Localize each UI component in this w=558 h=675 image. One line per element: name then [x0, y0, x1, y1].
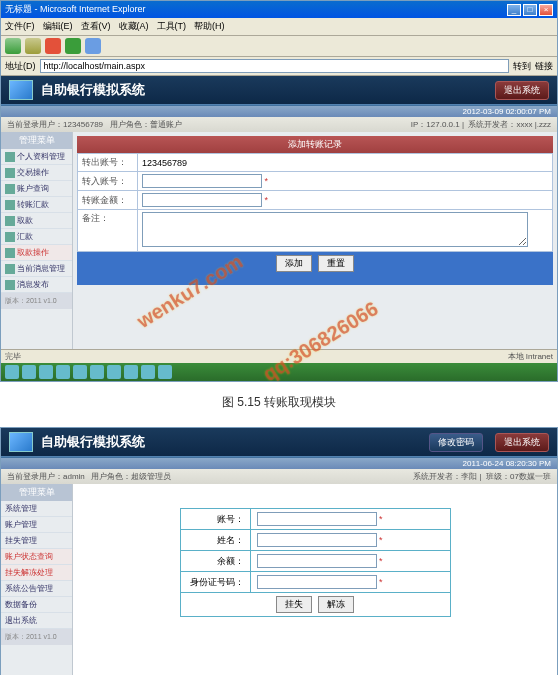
task-icon[interactable]: [39, 365, 53, 379]
sidebar-item-transfer[interactable]: 转账汇款: [1, 197, 72, 213]
task-icon[interactable]: [22, 365, 36, 379]
account-input[interactable]: [257, 512, 377, 526]
close-button[interactable]: ×: [539, 4, 553, 16]
note-textarea[interactable]: [142, 212, 528, 247]
task-icon[interactable]: [5, 365, 19, 379]
info-dev: 系统开发者：xxxx: [468, 120, 532, 129]
info-bar: 当前登录用户：123456789 用户角色：普通账户 IP：127.0.0.1 …: [1, 117, 557, 132]
sidebar-header: 管理菜单: [1, 132, 72, 149]
app-header-2: 自助银行模拟系统 修改密码 退出系统: [1, 428, 557, 456]
sidebar-item-announce[interactable]: 系统公告管理: [1, 581, 72, 597]
loss-button[interactable]: 挂失: [276, 596, 312, 613]
logout-button[interactable]: 退出系统: [495, 81, 549, 100]
address-input[interactable]: [40, 59, 510, 73]
go-button[interactable]: 转到: [513, 60, 531, 73]
submit-button[interactable]: 添加: [276, 255, 312, 272]
browser-title-text: 无标题 - Microsoft Internet Explorer: [5, 3, 146, 16]
sidebar-2: 管理菜单 系统管理 账户管理 挂失管理 账户状态查询 挂失解冻处理 系统公告管理…: [1, 484, 73, 675]
datetime-bar: 2012-03-09 02:00:07 PM: [1, 106, 557, 117]
label-note: 备注：: [78, 210, 138, 252]
task-icon[interactable]: [56, 365, 70, 379]
menu-edit[interactable]: 编辑(E): [43, 20, 73, 33]
query-icon: [5, 184, 15, 194]
sidebar-item-query[interactable]: 账户查询: [1, 181, 72, 197]
app-logo-icon: [9, 432, 33, 452]
sidebar-item-backup[interactable]: 数据备份: [1, 597, 72, 613]
sidebar-item-exit[interactable]: 退出系统: [1, 613, 72, 629]
sidebar-version: 版本：2011 v1.0: [1, 293, 72, 309]
app-header: 自助银行模拟系统 退出系统: [1, 76, 557, 104]
menu-help[interactable]: 帮助(H): [194, 20, 225, 33]
home-button[interactable]: [85, 38, 101, 54]
task-icon[interactable]: [124, 365, 138, 379]
info-misc: |.zzz: [535, 120, 551, 129]
required-icon: *: [379, 577, 383, 587]
menu-fav[interactable]: 收藏(A): [119, 20, 149, 33]
required-icon: *: [265, 176, 269, 186]
change-password-button[interactable]: 修改密码: [429, 433, 483, 452]
balance-input[interactable]: [257, 554, 377, 568]
task-icon[interactable]: [107, 365, 121, 379]
withdraw-icon: [5, 216, 15, 226]
required-icon: *: [379, 556, 383, 566]
logout-button-2[interactable]: 退出系统: [495, 433, 549, 452]
reset-button[interactable]: 重置: [318, 255, 354, 272]
task-icon[interactable]: [141, 365, 155, 379]
menu-file[interactable]: 文件(F): [5, 20, 35, 33]
transfer-icon: [5, 200, 15, 210]
sidebar-item-msgmgr[interactable]: 当前消息管理: [1, 261, 72, 277]
refresh-button[interactable]: [65, 38, 81, 54]
task-icon[interactable]: [73, 365, 87, 379]
idcard-input[interactable]: [257, 575, 377, 589]
links-label[interactable]: 链接: [535, 60, 553, 73]
unfreeze-button[interactable]: 解冻: [318, 596, 354, 613]
label-from: 转出账号：: [78, 154, 138, 172]
required-icon: *: [379, 535, 383, 545]
browser-toolbar: [1, 36, 557, 57]
info-bar-2: 当前登录用户：admin 用户角色：超级管理员 系统开发者：李阳 | 班级：07…: [1, 469, 557, 484]
sidebar-item-remit[interactable]: 汇款: [1, 229, 72, 245]
from-value: 123456789: [142, 158, 187, 168]
sidebar-item-cashop[interactable]: 取款操作: [1, 245, 72, 261]
sidebar-version-2: 版本：2011 v1.0: [1, 629, 72, 645]
sidebar-header-2: 管理菜单: [1, 484, 72, 501]
sidebar-item-trade[interactable]: 交易操作: [1, 165, 72, 181]
app-logo-icon: [9, 80, 33, 100]
datetime-bar-2: 2011-06-24 08:20:30 PM: [1, 458, 557, 469]
info-role-2: 用户角色：超级管理员: [91, 472, 171, 481]
status-zone: 本地 Intranet: [508, 351, 553, 362]
required-icon: *: [379, 514, 383, 524]
task-icon[interactable]: [90, 365, 104, 379]
sidebar-item-statusquery[interactable]: 账户状态查询: [1, 549, 72, 565]
maximize-button[interactable]: □: [523, 4, 537, 16]
forward-button[interactable]: [25, 38, 41, 54]
browser-statusbar: 完毕 本地 Intranet: [1, 349, 557, 363]
msg-icon: [5, 264, 15, 274]
info-role: 用户角色：普通账户: [110, 120, 182, 129]
back-button[interactable]: [5, 38, 21, 54]
to-input[interactable]: [142, 174, 262, 188]
sidebar-item-acctmgr[interactable]: 账户管理: [1, 517, 72, 533]
sidebar-item-msgpub[interactable]: 消息发布: [1, 277, 72, 293]
minimize-button[interactable]: _: [507, 4, 521, 16]
stop-button[interactable]: [45, 38, 61, 54]
sidebar-item-unfreeze[interactable]: 挂失解冻处理: [1, 565, 72, 581]
sidebar-item-profile[interactable]: 个人资料管理: [1, 149, 72, 165]
info-ip: IP：127.0.0.1: [411, 120, 460, 129]
sidebar-item-lossmgr[interactable]: 挂失管理: [1, 533, 72, 549]
menu-view[interactable]: 查看(V): [81, 20, 111, 33]
remit-icon: [5, 232, 15, 242]
browser-addressbar: 地址(D) 转到 链接: [1, 57, 557, 76]
sidebar-item-withdraw[interactable]: 取款: [1, 213, 72, 229]
sidebar-item-sysmgr[interactable]: 系统管理: [1, 501, 72, 517]
freeze-form: 账号： * 姓名： * 余额： * 身份证号码： * 挂失: [180, 508, 451, 617]
app-title-2: 自助银行模拟系统: [41, 433, 421, 451]
amount-input[interactable]: [142, 193, 262, 207]
task-icon[interactable]: [158, 365, 172, 379]
required-icon: *: [265, 195, 269, 205]
info-dev-2: 系统开发者：李阳: [413, 472, 477, 481]
info-class-2: 班级：07数媒一班: [486, 472, 551, 481]
profile-icon: [5, 152, 15, 162]
menu-tools[interactable]: 工具(T): [157, 20, 187, 33]
name-input[interactable]: [257, 533, 377, 547]
